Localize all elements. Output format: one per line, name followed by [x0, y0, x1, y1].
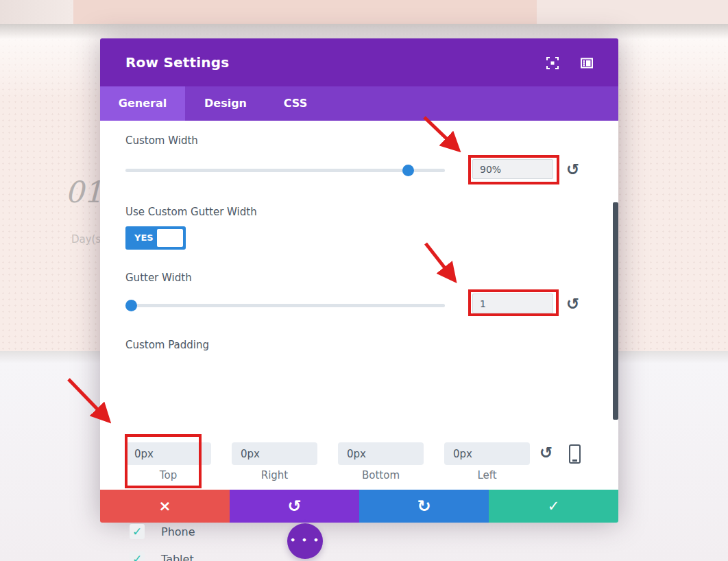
background-topbar-shadow [0, 24, 728, 39]
padding-right-label: Right [232, 469, 317, 481]
tab-css[interactable]: CSS [266, 86, 325, 121]
annotation-box-custom-width [468, 155, 559, 184]
tab-general[interactable]: General [100, 86, 185, 121]
background-topbar-left [0, 0, 73, 24]
modal-header: Row Settings [100, 38, 618, 86]
custom-width-reset-icon[interactable]: ↺ [566, 161, 579, 178]
padding-left-input[interactable] [444, 442, 530, 465]
redo-button[interactable]: ↻ [359, 490, 489, 523]
modal-title: Row Settings [125, 38, 229, 86]
toggle-yes-label: YES [134, 226, 154, 250]
custom-width-slider-handle[interactable] [402, 165, 414, 176]
gutter-width-reset-icon[interactable]: ↺ [566, 296, 579, 312]
custom-padding-reset-icon[interactable]: ↺ [539, 444, 553, 461]
more-options-button[interactable]: • • • [287, 523, 323, 559]
padding-left-label: Left [444, 469, 530, 481]
column-layout-icon[interactable] [581, 57, 593, 69]
custom-padding-label: Custom Padding [125, 339, 209, 351]
gutter-toggle-label: Use Custom Gutter Width [125, 206, 257, 218]
disable-tablet-checkbox[interactable]: ✓ [130, 551, 145, 561]
disable-tablet-label: Tablet [161, 553, 194, 561]
toggle-knob[interactable] [157, 229, 183, 247]
padding-bottom-label: Bottom [338, 469, 424, 481]
modal-tabbar: General Design CSS [100, 86, 618, 121]
undo-button[interactable]: ↺ [230, 490, 359, 523]
disable-phone-checkbox[interactable]: ✓ [130, 524, 145, 539]
padding-right-input[interactable] [232, 442, 317, 465]
annotation-box-gutter-width [468, 289, 559, 316]
gutter-width-toggle[interactable]: YES [125, 226, 186, 250]
background-topbar-right [537, 0, 728, 24]
custom-width-label: Custom Width [125, 134, 198, 147]
tab-design[interactable]: Design [185, 86, 266, 121]
disable-phone-label: Phone [161, 525, 195, 538]
responsive-phone-icon[interactable] [569, 444, 581, 464]
confirm-button[interactable]: ✓ [489, 490, 618, 523]
gutter-width-label: Gutter Width [125, 272, 192, 284]
modal-scrollbar[interactable] [613, 202, 618, 420]
gutter-width-slider-track[interactable] [125, 304, 445, 307]
annotation-box-disable-on [125, 434, 202, 488]
padding-bottom-input[interactable] [338, 442, 424, 465]
gutter-width-slider-handle[interactable] [125, 300, 137, 311]
expand-focus-icon[interactable] [546, 57, 559, 69]
background-topbar [73, 0, 537, 24]
custom-width-slider-track[interactable] [125, 169, 445, 172]
cancel-button[interactable]: × [100, 490, 230, 523]
modal-footer: × ↺ ↻ ✓ [100, 490, 618, 523]
